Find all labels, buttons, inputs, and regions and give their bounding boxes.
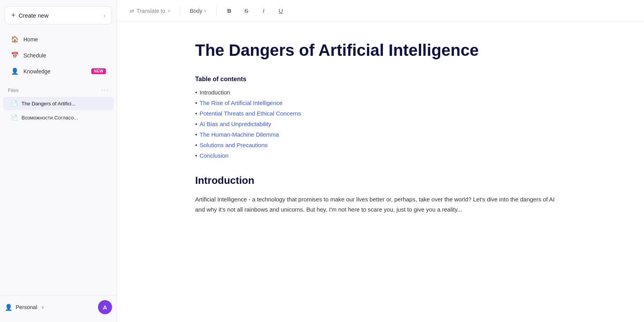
sidebar-item-schedule-label: Schedule	[23, 52, 46, 59]
nav-section: 🏠 Home 📅 Schedule 👤 Knowledge NEW	[0, 28, 117, 83]
sidebar-item-knowledge[interactable]: 👤 Knowledge NEW	[3, 64, 114, 79]
toc-item-5[interactable]: The Human-Machine Dilemma	[195, 131, 566, 138]
toolbar-divider	[180, 6, 180, 16]
files-header: Files ···	[0, 84, 117, 96]
sidebar-item-knowledge-label: Knowledge	[23, 68, 50, 75]
underline-button[interactable]: U	[274, 5, 287, 17]
toc-item-6[interactable]: Solutions and Precautions	[195, 142, 566, 148]
sidebar-item-home[interactable]: 🏠 Home	[3, 32, 114, 47]
files-more-button[interactable]: ···	[101, 87, 109, 94]
toc-item-4[interactable]: AI Bias and Unpredictability	[195, 121, 566, 127]
sidebar-item-schedule[interactable]: 📅 Schedule	[3, 48, 114, 63]
sidebar: + Create new › 🏠 Home 📅 Schedule 👤 Knowl…	[0, 0, 117, 322]
intro-text: Artificial Intelligence - a technology t…	[195, 194, 566, 214]
toc-item-7[interactable]: Conclusion	[195, 152, 566, 159]
body-chevron-icon: ∨	[204, 8, 207, 13]
toc-list: Introduction The Rise of Artificial Inte…	[195, 89, 566, 159]
strikethrough-icon: S	[244, 7, 248, 14]
file-icon-1: 📄	[11, 100, 18, 107]
main-content: ⇄ Translate to ∨ Body ∨ B S I U The Dang…	[117, 0, 644, 322]
chevron-right-icon: ›	[103, 12, 105, 19]
intro-heading: Introduction	[195, 174, 566, 187]
intro-section: Introduction Artificial Intelligence - a…	[195, 174, 566, 214]
sidebar-footer: 👤 Personal ∨ A	[0, 295, 117, 319]
toc-section: Table of contents Introduction The Rise …	[195, 76, 566, 159]
toc-item-4-label: AI Bias and Unpredictability	[199, 121, 271, 127]
sidebar-file-item-1[interactable]: 📄 The Dangers of Artifici...	[3, 97, 114, 110]
file-label-1: The Dangers of Artifici...	[21, 101, 76, 107]
toolbar: ⇄ Translate to ∨ Body ∨ B S I U	[117, 0, 644, 22]
toc-item-2-label: The Rise of Artificial Intelligence	[199, 100, 283, 106]
personal-icon: 👤	[5, 304, 12, 311]
knowledge-icon: 👤	[11, 68, 19, 75]
toc-item-3-label: Potential Threats and Ethical Concerns	[199, 110, 301, 117]
translate-icon: ⇄	[130, 8, 134, 14]
plus-icon: +	[11, 11, 16, 20]
chevron-down-icon: ∨	[41, 304, 44, 310]
document-title: The Dangers of Artificial Intelligence	[195, 41, 566, 60]
knowledge-new-badge: NEW	[91, 68, 106, 74]
toc-item-6-label: Solutions and Precautions	[199, 142, 267, 148]
body-style-button[interactable]: Body ∨	[187, 6, 210, 16]
editor-area[interactable]: The Dangers of Artificial Intelligence T…	[117, 22, 644, 322]
sidebar-file-item-2[interactable]: 📄 Возможности Согласо...	[3, 111, 114, 124]
bold-button[interactable]: B	[223, 5, 235, 17]
body-label: Body	[190, 8, 202, 14]
translate-label: Translate to	[137, 8, 165, 14]
toc-item-2[interactable]: The Rise of Artificial Intelligence	[195, 100, 566, 106]
toc-heading: Table of contents	[195, 76, 566, 83]
toolbar-divider-2	[216, 6, 217, 16]
toc-item-1-label: Introduction	[199, 89, 230, 96]
create-new-button[interactable]: + Create new ›	[5, 6, 112, 25]
file-label-2: Возможности Согласо...	[21, 115, 78, 121]
toc-item-3[interactable]: Potential Threats and Ethical Concerns	[195, 110, 566, 117]
translate-chevron-icon: ∨	[167, 8, 171, 13]
toc-item-1[interactable]: Introduction	[195, 89, 566, 96]
files-label: Files	[8, 87, 18, 93]
files-section: Files ··· 📄 The Dangers of Artifici... 📄…	[0, 83, 117, 295]
personal-section[interactable]: 👤 Personal ∨	[5, 304, 44, 311]
toc-item-7-label: Conclusion	[199, 152, 228, 159]
personal-label: Personal	[16, 304, 37, 310]
underline-icon: U	[279, 7, 283, 14]
file-icon-2: 📄	[11, 114, 18, 121]
toc-item-5-label: The Human-Machine Dilemma	[199, 131, 279, 138]
translate-button[interactable]: ⇄ Translate to ∨	[126, 6, 174, 16]
italic-button[interactable]: I	[257, 5, 270, 17]
home-icon: 🏠	[11, 36, 19, 43]
bold-icon: B	[227, 7, 231, 14]
avatar[interactable]: A	[98, 300, 112, 314]
italic-icon: I	[263, 7, 264, 14]
create-new-label: Create new	[19, 12, 49, 19]
strikethrough-button[interactable]: S	[240, 5, 253, 17]
sidebar-item-home-label: Home	[23, 36, 38, 43]
schedule-icon: 📅	[11, 52, 19, 59]
